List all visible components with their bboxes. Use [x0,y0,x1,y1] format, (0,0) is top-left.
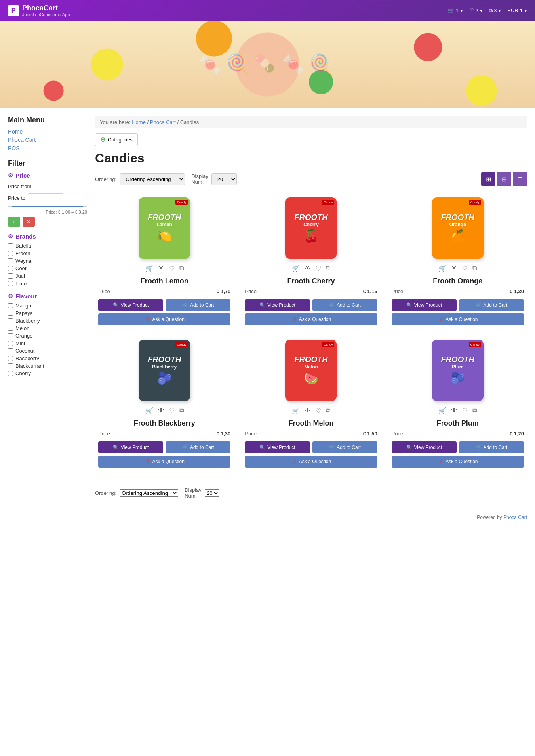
brand-limo-checkbox[interactable] [8,281,13,286]
breadcrumb-home[interactable]: Home [132,119,146,125]
compare-small-icon[interactable]: ⧉ [179,407,184,414]
eye-icon[interactable]: 👁 [305,265,311,272]
cart-small-icon[interactable]: 🛒 [145,407,153,414]
compare-small-icon[interactable]: ⧉ [179,265,184,272]
eye-icon[interactable]: 👁 [451,407,457,414]
breadcrumb-phocacart[interactable]: Phoca Cart [150,119,176,125]
brand-weyna-checkbox[interactable] [8,258,13,263]
wishlist-icon-item[interactable]: ♡ 2▾ [469,8,483,13]
heart-icon[interactable]: ♡ [316,265,321,272]
brand-frooth-checkbox[interactable] [8,251,13,256]
ask-question-button[interactable]: ❓ Ask a Question [392,313,524,325]
product-btn-row: 🔍 View Product 🛒 Add to Cart [98,299,230,311]
compare-small-icon[interactable]: ⧉ [472,265,477,272]
cart-small-icon[interactable]: 🛒 [292,407,300,414]
view-product-button[interactable]: 🔍 View Product [98,299,163,311]
heart-icon[interactable]: ♡ [169,265,175,272]
eye-icon[interactable]: 👁 [451,265,457,272]
product-image-melon[interactable]: Candy FROOTH Melon 🍉 [242,336,380,404]
product-card-cherry: Candy FROOTH Cherry 🍒 🛒 👁 ♡ ⧉ Frooth Che… [242,194,380,328]
flavour-blackberry-checkbox[interactable] [8,318,13,323]
brand-batella-checkbox[interactable] [8,243,13,248]
bottom-display-select[interactable]: 20 5 10 50 [205,489,219,497]
cart-small-icon[interactable]: 🛒 [438,265,446,272]
nav-pos[interactable]: POS [8,145,87,151]
ask-question-button[interactable]: ❓ Ask a Question [245,456,377,468]
flavour-melon-checkbox[interactable] [8,326,13,331]
heart-icon[interactable]: ♡ [169,407,175,414]
compare-count: 3 [494,8,497,13]
currency-selector[interactable]: EUR 1▾ [507,8,527,13]
display-select[interactable]: 20 5 10 50 100 [211,173,237,185]
add-to-cart-button[interactable]: 🛒 Add to Cart [166,441,230,453]
brand-juui-checkbox[interactable] [8,273,13,279]
add-to-cart-button[interactable]: 🛒 Add to Cart [459,299,524,311]
add-to-cart-button[interactable]: 🛒 Add to Cart [459,441,524,453]
cart-small-icon[interactable]: 🛒 [292,265,300,272]
brand-coefi-checkbox[interactable] [8,266,13,271]
eye-icon[interactable]: 👁 [305,407,311,414]
product-image-blackberry[interactable]: Candy FROOTH Blackberry 🫐 [95,336,234,404]
ask-question-button[interactable]: ❓ Ask a Question [392,456,524,468]
add-to-cart-button[interactable]: 🛒 Add to Cart [166,299,230,311]
cart-icon-item[interactable]: 🛒 1▾ [448,8,463,13]
eye-icon[interactable]: 👁 [158,407,164,414]
nav-phocacart[interactable]: Phoca Cart [8,137,87,143]
flavour-mint-checkbox[interactable] [8,341,13,346]
flavour-orange-checkbox[interactable] [8,333,13,338]
footer-link[interactable]: Phoca Cart [503,515,527,520]
product-image-lemon[interactable]: Candy FROOTH Lemon 🍋 [95,194,234,262]
price-filter-header[interactable]: ⊙ Price [8,172,87,179]
cart-small-icon[interactable]: 🛒 [438,407,446,414]
price-filter-ok[interactable]: ✓ [8,217,20,227]
flavour-cherry-checkbox[interactable] [8,371,13,376]
compare-small-icon[interactable]: ⧉ [472,407,477,414]
price-from-input[interactable] [34,182,69,191]
currency-label: EUR [507,8,518,13]
product-image-plum[interactable]: Candy FROOTH Plum 🫐 [388,336,527,404]
frooth-bag-lemon: Candy FROOTH Lemon 🍋 [139,197,190,259]
ask-question-button[interactable]: ❓ Ask a Question [245,313,377,325]
flavour-raspberry-checkbox[interactable] [8,356,13,361]
flavour-papaya-checkbox[interactable] [8,311,13,316]
view-product-button[interactable]: 🔍 View Product [392,299,457,311]
bottom-ordering-select[interactable]: Ordering Ascending Ordering Descending [120,489,178,497]
flavour-coconut-checkbox[interactable] [8,348,13,353]
view-product-button[interactable]: 🔍 View Product [98,441,163,453]
ordering-select[interactable]: Ordering Ascending Ordering Descending N… [120,173,185,185]
eye-icon[interactable]: 👁 [158,265,164,272]
list-item: Frooth [8,250,87,256]
view-product-button[interactable]: 🔍 View Product [245,299,310,311]
view-list-button[interactable]: ⊟ [497,172,511,186]
nav-home[interactable]: Home [8,128,87,135]
cart-small-icon[interactable]: 🛒 [145,265,153,272]
view-detail-button[interactable]: ☰ [513,172,527,186]
ask-question-button[interactable]: ❓ Ask a Question [98,456,230,468]
price-filter-buttons: ✓ ✕ [8,217,87,227]
flavour-filter-header[interactable]: ⊙ Flavour [8,292,87,300]
heart-icon[interactable]: ♡ [462,407,468,414]
price-to-input[interactable] [28,193,63,202]
view-product-button[interactable]: 🔍 View Product [392,441,457,453]
categories-button[interactable]: ⊕ Categories [95,133,138,146]
ask-question-button[interactable]: ❓ Ask a Question [98,313,230,325]
brands-filter-header[interactable]: ⊙ Brands [8,233,87,240]
add-to-cart-button[interactable]: 🛒 Add to Cart [312,441,377,453]
flavour-blackcurrant-checkbox[interactable] [8,363,13,368]
price-filter-clear[interactable]: ✕ [23,217,35,227]
compare-small-icon[interactable]: ⧉ [326,265,330,272]
product-image-cherry[interactable]: Candy FROOTH Cherry 🍒 [242,194,380,262]
price-inputs: Price from Price to [8,182,87,202]
heart-icon[interactable]: ♡ [316,407,321,414]
heart-icon[interactable]: ♡ [462,265,468,272]
add-to-cart-button[interactable]: 🛒 Add to Cart [312,299,377,311]
logo[interactable]: P PhocaCart Joomla eCommerce App [8,4,70,17]
flavour-mango-checkbox[interactable] [8,303,13,308]
product-buttons: 🔍 View Product 🛒 Add to Cart ❓ Ask a Que… [388,296,527,328]
compare-icon-item[interactable]: ⧉ 3▾ [489,8,501,14]
product-image-orange[interactable]: Candy FROOTH Orange 🍊 [388,194,527,262]
price-range-track[interactable] [8,206,87,207]
view-product-button[interactable]: 🔍 View Product [245,441,310,453]
compare-small-icon[interactable]: ⧉ [326,407,330,414]
view-grid-button[interactable]: ⊞ [481,172,495,186]
